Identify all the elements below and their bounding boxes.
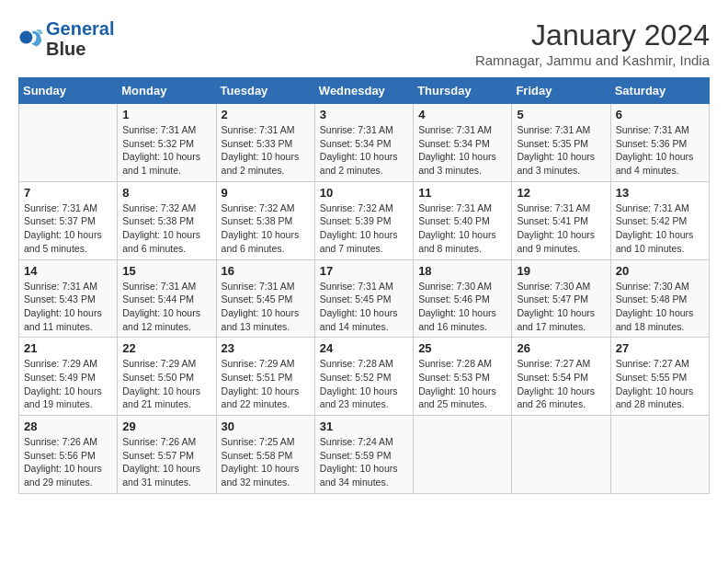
calendar-cell: 25Sunrise: 7:28 AMSunset: 5:53 PMDayligh… — [414, 338, 512, 416]
day-number: 8 — [122, 186, 210, 200]
day-number: 20 — [616, 264, 704, 278]
day-info: Sunrise: 7:31 AMSunset: 5:36 PMDaylight:… — [616, 123, 704, 178]
day-info: Sunrise: 7:32 AMSunset: 5:38 PMDaylight:… — [222, 201, 310, 256]
day-info: Sunrise: 7:28 AMSunset: 5:52 PMDaylight:… — [320, 357, 408, 411]
day-number: 1 — [122, 108, 210, 121]
day-number: 23 — [222, 341, 310, 355]
day-info: Sunrise: 7:27 AMSunset: 5:55 PMDaylight:… — [616, 357, 704, 411]
calendar-cell: 4Sunrise: 7:31 AMSunset: 5:34 PMDaylight… — [414, 104, 512, 182]
day-info: Sunrise: 7:31 AMSunset: 5:32 PMDaylight:… — [122, 123, 210, 178]
calendar-week-row: 14Sunrise: 7:31 AMSunset: 5:43 PMDayligh… — [19, 259, 710, 338]
day-info: Sunrise: 7:27 AMSunset: 5:54 PMDaylight:… — [517, 357, 605, 411]
day-number: 27 — [616, 341, 704, 355]
day-info: Sunrise: 7:29 AMSunset: 5:51 PMDaylight:… — [222, 357, 310, 411]
calendar-cell — [19, 104, 118, 182]
day-number: 31 — [320, 419, 408, 433]
calendar-header-row: SundayMondayTuesdayWednesdayThursdayFrid… — [19, 78, 710, 104]
day-info: Sunrise: 7:32 AMSunset: 5:38 PMDaylight:… — [122, 201, 210, 256]
day-info: Sunrise: 7:31 AMSunset: 5:35 PMDaylight:… — [517, 123, 605, 178]
day-number: 26 — [517, 341, 605, 355]
calendar-table: SundayMondayTuesdayWednesdayThursdayFrid… — [18, 77, 710, 494]
day-info: Sunrise: 7:29 AMSunset: 5:49 PMDaylight:… — [24, 357, 112, 411]
calendar-cell — [414, 416, 512, 494]
day-number: 10 — [320, 186, 408, 200]
day-number: 2 — [222, 108, 310, 121]
logo-text: General Blue — [46, 18, 114, 59]
day-number: 12 — [517, 186, 605, 200]
calendar-body: 1Sunrise: 7:31 AMSunset: 5:32 PMDaylight… — [19, 104, 710, 494]
calendar-cell: 13Sunrise: 7:31 AMSunset: 5:42 PMDayligh… — [610, 181, 709, 259]
calendar-cell: 3Sunrise: 7:31 AMSunset: 5:34 PMDaylight… — [314, 104, 413, 182]
calendar-cell: 12Sunrise: 7:31 AMSunset: 5:41 PMDayligh… — [512, 181, 610, 259]
day-number: 5 — [517, 108, 605, 121]
calendar-cell: 18Sunrise: 7:30 AMSunset: 5:46 PMDayligh… — [414, 259, 512, 338]
calendar-cell: 28Sunrise: 7:26 AMSunset: 5:56 PMDayligh… — [19, 416, 118, 494]
day-info: Sunrise: 7:29 AMSunset: 5:50 PMDaylight:… — [122, 357, 210, 411]
calendar-week-row: 21Sunrise: 7:29 AMSunset: 5:49 PMDayligh… — [19, 338, 710, 416]
day-info: Sunrise: 7:30 AMSunset: 5:48 PMDaylight:… — [616, 280, 704, 334]
calendar-cell: 9Sunrise: 7:32 AMSunset: 5:38 PMDaylight… — [216, 181, 314, 259]
column-header-sunday: Sunday — [19, 78, 118, 104]
calendar-cell — [512, 416, 610, 494]
day-info: Sunrise: 7:30 AMSunset: 5:47 PMDaylight:… — [517, 280, 605, 334]
logo: General Blue — [18, 18, 114, 59]
calendar-cell: 14Sunrise: 7:31 AMSunset: 5:43 PMDayligh… — [19, 259, 118, 338]
day-info: Sunrise: 7:31 AMSunset: 5:45 PMDaylight:… — [320, 280, 408, 334]
calendar-cell — [610, 416, 709, 494]
calendar-cell: 27Sunrise: 7:27 AMSunset: 5:55 PMDayligh… — [610, 338, 709, 416]
column-header-saturday: Saturday — [610, 78, 709, 104]
day-number: 22 — [122, 341, 210, 355]
calendar-cell: 16Sunrise: 7:31 AMSunset: 5:45 PMDayligh… — [216, 259, 314, 338]
calendar-cell: 29Sunrise: 7:26 AMSunset: 5:57 PMDayligh… — [118, 416, 216, 494]
day-info: Sunrise: 7:31 AMSunset: 5:43 PMDaylight:… — [24, 280, 112, 334]
day-number: 3 — [320, 108, 408, 121]
calendar-week-row: 1Sunrise: 7:31 AMSunset: 5:32 PMDaylight… — [19, 104, 710, 182]
calendar-cell: 15Sunrise: 7:31 AMSunset: 5:44 PMDayligh… — [118, 259, 216, 338]
day-info: Sunrise: 7:26 AMSunset: 5:57 PMDaylight:… — [122, 435, 210, 489]
calendar-week-row: 28Sunrise: 7:26 AMSunset: 5:56 PMDayligh… — [19, 416, 710, 494]
calendar-cell: 19Sunrise: 7:30 AMSunset: 5:47 PMDayligh… — [512, 259, 610, 338]
calendar-cell: 2Sunrise: 7:31 AMSunset: 5:33 PMDaylight… — [216, 104, 314, 182]
day-number: 19 — [517, 264, 605, 278]
day-info: Sunrise: 7:31 AMSunset: 5:40 PMDaylight:… — [418, 201, 506, 256]
logo-icon — [18, 26, 44, 52]
calendar-cell: 6Sunrise: 7:31 AMSunset: 5:36 PMDaylight… — [610, 104, 709, 182]
calendar-cell: 17Sunrise: 7:31 AMSunset: 5:45 PMDayligh… — [314, 259, 413, 338]
day-info: Sunrise: 7:30 AMSunset: 5:46 PMDaylight:… — [418, 280, 506, 334]
day-number: 15 — [122, 264, 210, 278]
day-number: 11 — [418, 186, 506, 200]
day-info: Sunrise: 7:31 AMSunset: 5:42 PMDaylight:… — [616, 201, 704, 256]
column-header-monday: Monday — [118, 78, 216, 104]
column-header-friday: Friday — [512, 78, 610, 104]
title-block: January 2024 Ramnagar, Jammu and Kashmir… — [475, 18, 710, 68]
svg-point-0 — [19, 31, 32, 44]
day-info: Sunrise: 7:31 AMSunset: 5:33 PMDaylight:… — [222, 123, 310, 178]
calendar-cell: 24Sunrise: 7:28 AMSunset: 5:52 PMDayligh… — [314, 338, 413, 416]
day-number: 21 — [24, 341, 112, 355]
day-number: 9 — [222, 186, 310, 200]
day-number: 18 — [418, 264, 506, 278]
day-number: 17 — [320, 264, 408, 278]
calendar-cell: 20Sunrise: 7:30 AMSunset: 5:48 PMDayligh… — [610, 259, 709, 338]
calendar-cell: 5Sunrise: 7:31 AMSunset: 5:35 PMDaylight… — [512, 104, 610, 182]
calendar-cell: 21Sunrise: 7:29 AMSunset: 5:49 PMDayligh… — [19, 338, 118, 416]
day-number: 30 — [222, 419, 310, 433]
day-info: Sunrise: 7:24 AMSunset: 5:59 PMDaylight:… — [320, 435, 408, 489]
calendar-cell: 11Sunrise: 7:31 AMSunset: 5:40 PMDayligh… — [414, 181, 512, 259]
day-number: 13 — [616, 186, 704, 200]
day-number: 28 — [24, 419, 112, 433]
day-info: Sunrise: 7:32 AMSunset: 5:39 PMDaylight:… — [320, 201, 408, 256]
calendar-cell: 30Sunrise: 7:25 AMSunset: 5:58 PMDayligh… — [216, 416, 314, 494]
calendar-week-row: 7Sunrise: 7:31 AMSunset: 5:37 PMDaylight… — [19, 181, 710, 259]
day-info: Sunrise: 7:31 AMSunset: 5:45 PMDaylight:… — [222, 280, 310, 334]
day-number: 6 — [616, 108, 704, 121]
day-number: 16 — [222, 264, 310, 278]
day-info: Sunrise: 7:31 AMSunset: 5:44 PMDaylight:… — [122, 280, 210, 334]
calendar-cell: 23Sunrise: 7:29 AMSunset: 5:51 PMDayligh… — [216, 338, 314, 416]
calendar-cell: 8Sunrise: 7:32 AMSunset: 5:38 PMDaylight… — [118, 181, 216, 259]
day-info: Sunrise: 7:31 AMSunset: 5:41 PMDaylight:… — [517, 201, 605, 256]
column-header-tuesday: Tuesday — [216, 78, 314, 104]
day-number: 24 — [320, 341, 408, 355]
calendar-cell: 31Sunrise: 7:24 AMSunset: 5:59 PMDayligh… — [314, 416, 413, 494]
location-subtitle: Ramnagar, Jammu and Kashmir, India — [475, 52, 710, 68]
